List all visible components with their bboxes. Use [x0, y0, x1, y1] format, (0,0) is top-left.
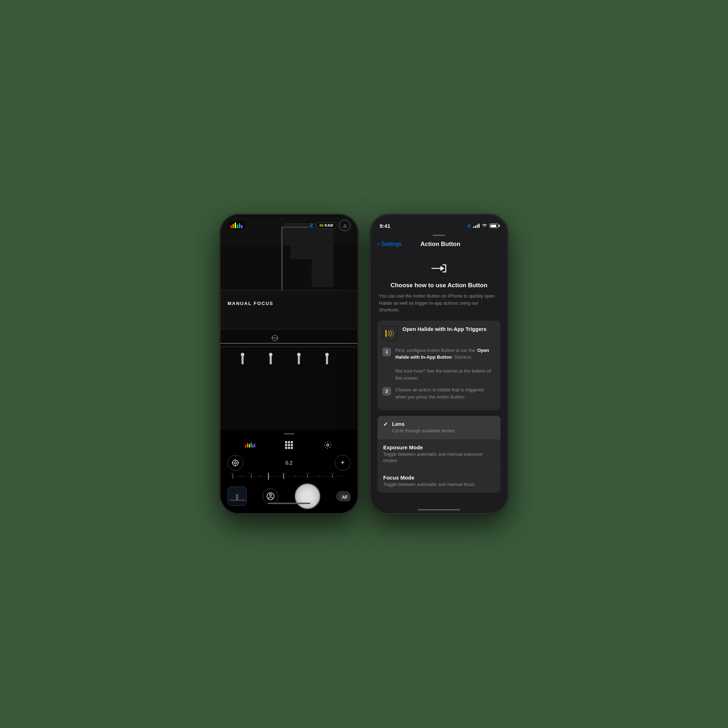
action-button-icon	[430, 261, 448, 275]
focus-value: 0.2	[286, 460, 292, 466]
svg-point-17	[241, 353, 244, 356]
svg-text:0.0: 0.0	[230, 473, 234, 474]
feature-title: Open Halide with In-App Triggers	[402, 326, 486, 333]
settings-phone: 9:41	[370, 214, 508, 514]
step-1: 1 First, configure Action Button to run …	[382, 347, 496, 382]
action-item-focus[interactable]: Focus Mode Toggle between automatic and …	[378, 470, 500, 492]
back-button[interactable]: ‹ Settings	[378, 240, 402, 248]
nav-bar: ‹ Settings Action Button	[370, 237, 508, 252]
status-bar: 9:41	[370, 215, 508, 232]
home-indicator	[418, 509, 460, 511]
wifi-icon	[482, 223, 487, 228]
svg-point-29	[234, 462, 236, 464]
nav-title: Action Button	[402, 241, 479, 248]
settings-toolbar-btn[interactable]	[321, 439, 334, 451]
focus-ring-btn[interactable]	[228, 455, 243, 471]
action-list: ✓ Lens Cycle through available lenses Ex…	[378, 416, 500, 492]
svg-rect-64	[385, 330, 387, 337]
lens-title: Lens	[392, 421, 455, 427]
lens-desc: Cycle through available lenses	[392, 428, 455, 434]
histogram-toolbar-btn[interactable]	[244, 439, 257, 451]
photo-thumbnail[interactable]	[228, 486, 247, 506]
step-2-badge: 2	[382, 387, 391, 396]
feature-icon-box	[382, 326, 398, 341]
raw-badge[interactable]: 48·RAW	[317, 222, 336, 229]
home-indicator	[268, 503, 310, 504]
drag-handle[interactable]	[370, 232, 508, 237]
section-desc: You can use the Action Button on iPhone …	[378, 292, 500, 314]
af-button[interactable]: AF	[339, 493, 350, 501]
bluetooth-icon	[467, 223, 471, 228]
camera-top-bar: 48·RAW △	[220, 220, 358, 231]
action-icon-area	[378, 252, 500, 282]
back-label: Settings	[381, 241, 402, 248]
plus-btn[interactable]: +	[335, 455, 350, 471]
svg-point-28	[232, 460, 238, 466]
svg-text:0.3: 0.3	[281, 473, 286, 474]
svg-line-60	[468, 226, 469, 227]
svg-point-19	[269, 353, 273, 356]
manual-focus-label: MANUAL FOCUS	[228, 301, 273, 306]
raw-badge-text: 48	[319, 223, 323, 228]
camera-controls: 0.2 + // Generated inline	[220, 430, 358, 513]
feature-header: Open Halide with In-App Triggers	[382, 326, 496, 341]
step-1-badge: 1	[382, 348, 391, 356]
camera-phone: MANUAL FOCUS	[220, 214, 358, 514]
svg-point-21	[297, 353, 301, 356]
status-time: 9:41	[380, 223, 390, 229]
svg-rect-24	[220, 291, 358, 329]
battery-icon	[489, 223, 499, 228]
svg-point-27	[327, 444, 329, 446]
histogram-icon[interactable]	[228, 221, 245, 229]
svg-text:0.5: 0.5	[330, 473, 335, 474]
svg-marker-62	[440, 266, 444, 271]
back-chevron-icon: ‹	[378, 240, 380, 248]
scene: MANUAL FOCUS	[205, 200, 523, 528]
signal-bars	[473, 223, 480, 228]
settings-content: Choose how to use Action Button You can …	[370, 252, 508, 505]
focus-title: Focus Mode	[383, 474, 495, 480]
feature-card: Open Halide with In-App Triggers 1 First…	[378, 321, 500, 411]
svg-text:0.1: 0.1	[248, 473, 253, 474]
svg-rect-10	[220, 329, 358, 428]
grid-toolbar-btn[interactable]	[283, 439, 295, 451]
status-icons	[467, 223, 499, 228]
camera-toolbar	[220, 437, 358, 453]
checkmark-icon: ✓	[383, 421, 388, 428]
triangle-button[interactable]: △	[339, 220, 350, 231]
camera-viewfinder: MANUAL FOCUS	[220, 215, 358, 430]
action-item-lens[interactable]: ✓ Lens Cycle through available lenses	[378, 416, 500, 439]
action-item-exposure[interactable]: Exposure Mode Toggle between automatic a…	[378, 439, 500, 469]
focus-row: 0.2 +	[220, 453, 358, 473]
svg-point-23	[325, 353, 329, 356]
step-2-text: Choose an action in Halide that is trigg…	[395, 386, 496, 400]
step-1-text: First, configure Action Button to run th…	[395, 347, 496, 382]
svg-text:0.4: 0.4	[305, 473, 310, 474]
exposure-title: Exposure Mode	[383, 444, 495, 450]
action-icon	[428, 258, 450, 279]
step-2: 2 Choose an action in Halide that is tri…	[382, 386, 496, 400]
focus-desc: Toggle between automatic and manual focu…	[383, 481, 495, 488]
scroll-indicator	[284, 433, 294, 434]
exposure-desc: Toggle between automatic and manual expo…	[383, 451, 495, 464]
section-title: Choose how to use Action Button	[378, 282, 500, 289]
focus-ruler[interactable]: // Generated inline	[220, 473, 358, 481]
